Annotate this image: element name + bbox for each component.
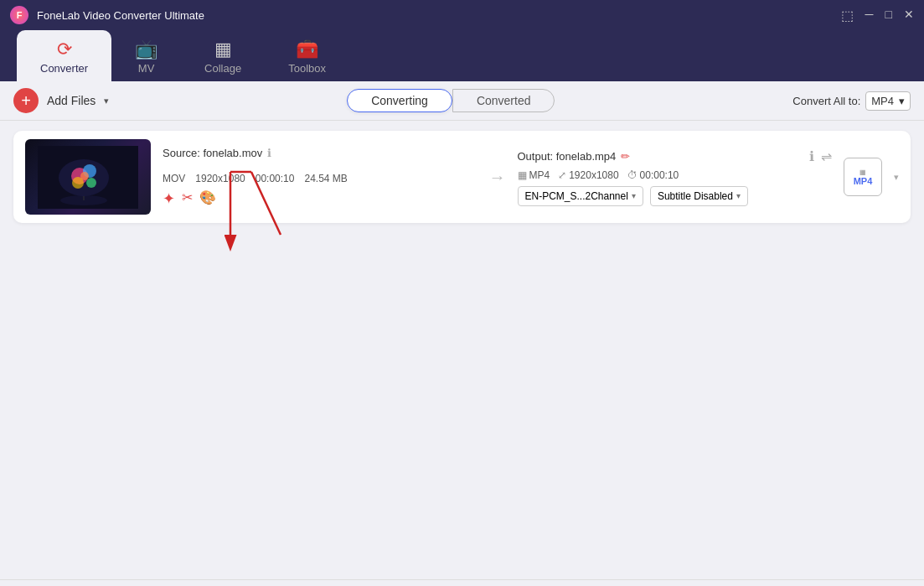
file-list: Source: fonelab.mov ℹ MOV 1920x1080 00:0… [0, 121, 924, 579]
output-label: Output: fonelab.mp4 [518, 150, 617, 163]
tab-mv-label: MV [138, 62, 155, 75]
output-duration: 00:00:10 [640, 169, 679, 181]
subtitle-select[interactable]: Subtitle Disabled ▾ [650, 186, 748, 206]
audio-select-caret-icon: ▾ [632, 191, 636, 200]
main-content: Source: fonelab.mov ℹ MOV 1920x1080 00:0… [0, 121, 924, 579]
meta-size: 24.54 MB [304, 173, 347, 184]
tab-converter-label: Converter [40, 62, 88, 75]
subtitle-select-caret-icon: ▾ [736, 191, 741, 200]
output-row: Output: fonelab.mp4 ✏ ℹ ⇌ [518, 148, 833, 164]
watermark-icon[interactable]: 🎨 [199, 189, 216, 208]
window-controls: ⬚ ─ □ ✕ [841, 8, 914, 23]
file-thumbnail [25, 139, 151, 215]
output-duration-icon: ⏱ [627, 169, 638, 181]
action-icons: ✦ ✂ 🎨 [163, 189, 477, 208]
effects-icon[interactable]: ✦ [163, 189, 175, 208]
nav-tabs: ⟳ Converter 📺 MV ▦ Collage 🧰 Toolbox [0, 30, 924, 81]
source-row: Source: fonelab.mov ℹ [163, 147, 477, 159]
add-files-label[interactable]: Add Files [47, 94, 95, 107]
edit-icon[interactable]: ✏ [621, 150, 630, 163]
add-files-plus-button[interactable]: + [13, 88, 39, 113]
toolbox-icon: 🧰 [296, 39, 318, 60]
tab-switcher: Converting Converted [117, 89, 784, 112]
output-actions: ℹ ⇌ [809, 148, 832, 164]
arrow-right-icon: → [489, 168, 506, 187]
footer: Save to: D:\FoneLab\FoneLab Vid...ter Ul… [0, 579, 924, 586]
cut-icon[interactable]: ✂ [182, 189, 193, 208]
meta-resolution: 1920x1080 [195, 173, 245, 184]
format-badge-label: MP4 [854, 176, 873, 186]
format-select[interactable]: MP4 ▾ [865, 91, 911, 111]
svg-point-5 [86, 178, 96, 188]
tab-collage[interactable]: ▦ Collage [181, 30, 265, 81]
info-icon[interactable]: ℹ [267, 147, 271, 159]
file-info-right: Output: fonelab.mp4 ✏ ℹ ⇌ ▦ MP4 [518, 148, 833, 206]
meta-row: MOV 1920x1080 00:00:10 24.54 MB [163, 173, 477, 184]
swap-icon[interactable]: ⇌ [821, 148, 832, 164]
subtitle-icon[interactable]: ⬚ [841, 8, 854, 23]
arrow-divider: → [489, 168, 506, 187]
converted-tab[interactable]: Converted [452, 89, 555, 112]
subtitle-select-value: Subtitle Disabled [658, 190, 733, 202]
output-resolution: 1920x1080 [569, 169, 618, 181]
tab-toolbox[interactable]: 🧰 Toolbox [265, 30, 349, 81]
tab-converter[interactable]: ⟳ Converter [17, 30, 111, 81]
output-meta-row: ▦ MP4 ⤢ 1920x1080 ⏱ 00:00:10 [518, 169, 833, 181]
format-badge-caret-icon[interactable]: ▾ [894, 172, 899, 183]
file-info-left: Source: fonelab.mov ℹ MOV 1920x1080 00:0… [163, 147, 477, 208]
add-files-caret-icon[interactable]: ▾ [104, 96, 109, 106]
file-item: Source: fonelab.mov ℹ MOV 1920x1080 00:0… [13, 131, 911, 223]
format-badge[interactable]: ▦ MP4 [844, 158, 882, 196]
app-logo: F [10, 6, 28, 24]
close-button[interactable]: ✕ [904, 8, 914, 23]
tab-toolbox-label: Toolbox [288, 62, 326, 75]
audio-select-value: EN-PCM_S...2Channel [525, 190, 628, 202]
tab-mv[interactable]: 📺 MV [111, 30, 181, 81]
format-select-caret-icon: ▾ [899, 95, 905, 107]
convert-all-to-label: Convert All to: [792, 95, 860, 107]
format-select-value: MP4 [871, 95, 894, 107]
converting-tab[interactable]: Converting [347, 89, 452, 112]
mv-icon: 📺 [135, 39, 157, 60]
help-icon[interactable]: ℹ [809, 148, 814, 164]
output-format: MP4 [529, 169, 550, 181]
convert-all-to: Convert All to: MP4 ▾ [792, 91, 911, 111]
meta-duration: 00:00:10 [256, 173, 295, 184]
output-resolution-icon: ⤢ [558, 169, 566, 181]
converter-icon: ⟳ [57, 39, 72, 60]
svg-point-6 [80, 172, 89, 180]
maximize-button[interactable]: □ [885, 8, 892, 23]
meta-format: MOV [163, 173, 185, 184]
tab-collage-label: Collage [204, 62, 241, 75]
audio-select[interactable]: EN-PCM_S...2Channel ▾ [518, 186, 643, 206]
toolbar: + Add Files ▾ Converting Converted Conve… [0, 81, 924, 121]
output-format-icon: ▦ [518, 169, 527, 181]
thumbnail-preview [38, 146, 138, 209]
source-label: Source: fonelab.mov [163, 147, 262, 159]
app-title: FoneLab Video Converter Ultimate [37, 9, 841, 22]
output-selects: EN-PCM_S...2Channel ▾ Subtitle Disabled … [518, 186, 833, 206]
collage-icon: ▦ [214, 39, 232, 60]
titlebar: F FoneLab Video Converter Ultimate ⬚ ─ □… [0, 0, 924, 30]
format-badge-top-label: ▦ [859, 169, 866, 176]
minimize-button[interactable]: ─ [865, 8, 874, 23]
